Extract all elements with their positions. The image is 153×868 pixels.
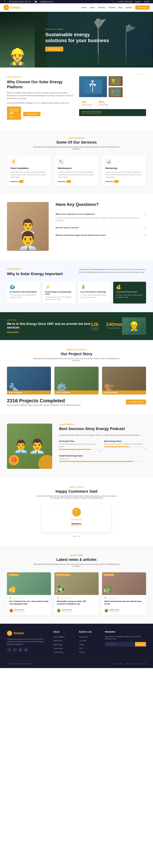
footer-logo-icon: S	[7, 631, 12, 636]
faq-item-1[interactable]: What is the experience of your employees…	[56, 210, 146, 224]
footer-col-about: About Solar Installation Maintenance Sol…	[53, 631, 74, 655]
faq-answer-1: Our team includes highly experienced pro…	[56, 217, 146, 222]
faq-question-3[interactable]: Maxium consectetur augue lacerat laoreet…	[56, 234, 146, 237]
nav-projects[interactable]: Projects	[109, 6, 116, 8]
faq-item-2[interactable]: How do I pay for service?	[56, 224, 146, 231]
phone-link[interactable]: +1 (078) 1234 5349	[117, 1, 132, 3]
solar-card-title-1: It's Good for the Environment	[10, 291, 37, 293]
service-arrow-3[interactable]: →	[114, 180, 119, 183]
footer: S Solapa. Finding energy solutions for y…	[0, 624, 153, 668]
testimonial-name: Nahiducc	[45, 522, 108, 525]
language-selector[interactable]: English	[144, 1, 150, 3]
header: S Solapa. Home About Services Projects B…	[0, 3, 153, 12]
news-body-2: 📅January 20, 2023 Renewable energy to po…	[54, 595, 98, 615]
footer-link-about-0[interactable]: Solar Installation	[53, 636, 65, 638]
solar-card-title-4: Low Solar Power Costs	[116, 291, 143, 293]
project-card-3: 🏗️ Solar Installation	[102, 367, 146, 395]
footer-bottom-links: Privacy Policy Terms of Use Do Pay Sign	[114, 663, 146, 664]
faq-content: Have Any Questions? What is the experien…	[56, 202, 146, 239]
faq-item-3[interactable]: Maxium consectetur augue lacerat laoreet…	[56, 231, 146, 239]
podcast-tag: SOLAR PODCAST	[59, 424, 146, 426]
install-desc: Donectem say	[59, 458, 146, 460]
author-name-1: Stanley Chen	[14, 609, 25, 611]
hero-title: Sustainable energy solutions for your bu…	[45, 32, 111, 43]
solar-card-desc-4: Our team makes solar energy good for bus…	[116, 294, 143, 299]
why-choose-section: WHY CHOOSE US Why Choose Our Solar Energ…	[0, 67, 153, 130]
nav-home[interactable]: Home	[82, 6, 87, 8]
author-role-1: Solar by Solar Inc	[14, 611, 25, 612]
dot-1[interactable]	[73, 536, 75, 537]
linkedin-icon[interactable]: in	[18, 648, 23, 652]
footer-link-explore-0[interactable]: Testimonials	[79, 636, 88, 638]
services-tag: WHAT WE OFFERS	[7, 137, 146, 139]
author-role-2: Solar by Solar Inc	[62, 611, 73, 612]
solar-heading: Why Is Solar Energy Important	[7, 272, 74, 277]
service-readmore-3[interactable]: Read More →	[105, 180, 143, 183]
instagram-icon[interactable]: ig	[24, 648, 28, 652]
footer-privacy-link[interactable]: Privacy Policy	[114, 663, 123, 664]
news-image-1: ☀️ Solar Energy	[7, 572, 51, 595]
project-tag: COMPLETED PROJECTS	[7, 349, 146, 351]
solar-card-icon-4: 💰	[116, 284, 143, 289]
nav-blog[interactable]: Blog	[119, 6, 122, 8]
testimonials-desc: Future Factory India is the one stop des…	[33, 495, 120, 499]
faq-question-1[interactable]: What is the experience of your employees…	[56, 213, 146, 216]
phone-icon: 📞	[112, 1, 114, 3]
testimonial-box: 😊 ★★★★★ Nahiducc Field of Salesman	[42, 504, 111, 532]
testimonials-header: HAPPY CLIENTS Happy Customers Said Futur…	[7, 486, 146, 499]
stats-banner-left: SINCE 1997 We're in this Energy Since 19…	[7, 319, 91, 333]
footer-link-explore-3[interactable]: FAQ	[79, 648, 82, 649]
news-header: RECENT NEWS Latest news & articles We ad…	[7, 554, 146, 567]
solar-card-1: 🌍 It's Good for the Environment Our team…	[7, 282, 40, 304]
service-desc-2: Lorem ipsum dolor sit amet consectetur a…	[58, 171, 95, 178]
project-label-2: Solar Installation	[54, 391, 98, 395]
logo: S Solapa.	[3, 5, 21, 10]
service-readmore-1[interactable]: Read More →	[10, 180, 48, 183]
address-icon: 📍	[3, 1, 6, 3]
solar-important-section: SOLAR ENERGY Why Is Solar Energy Importa…	[0, 259, 153, 312]
dot-2[interactable]	[76, 536, 77, 537]
dot-3[interactable]	[78, 536, 80, 537]
twitter-icon[interactable]: t	[12, 648, 17, 652]
stat-num-2: 140mw	[106, 321, 122, 327]
solar-top: SOLAR ENERGY Why Is Solar Energy Importa…	[7, 268, 146, 277]
footer-link-explore-4[interactable]: Contact	[79, 651, 85, 653]
footer-link-about-4[interactable]: Green Energy	[53, 651, 63, 653]
view-projects-button[interactable]: View All Project	[126, 400, 146, 404]
footer-terms-link[interactable]: Terms of Use	[126, 663, 135, 664]
newsletter-form[interactable]: Subscribe	[105, 642, 146, 647]
hero-cta-button[interactable]: Our Services	[45, 46, 63, 52]
news-article-tag-3: Solar Energy	[103, 574, 114, 576]
header-contact-btn[interactable]: Contact Us	[135, 5, 150, 9]
why-cta-button[interactable]: Know About Us	[23, 112, 40, 116]
support-link[interactable]: Support	[135, 1, 141, 3]
newsletter-input[interactable]	[105, 642, 134, 647]
footer-logo-text: Solapa.	[13, 631, 25, 635]
news-title-1: Go in Island in the sun: solar power is …	[9, 600, 49, 606]
footer-col-about-title: About	[53, 631, 74, 633]
nav-services[interactable]: Services	[98, 6, 105, 8]
footer-link-explore-2[interactable]: Privacy	[79, 644, 84, 645]
nav-contact[interactable]: Contact	[125, 6, 132, 8]
footer-dopay-link[interactable]: Do Pay Sign	[137, 663, 146, 664]
faq-heading: Have Any Questions?	[56, 202, 146, 207]
why-small-image-1: 👷	[109, 76, 123, 86]
service-arrow-2[interactable]: →	[67, 180, 71, 183]
faq-question-2[interactable]: How do I pay for service?	[56, 226, 146, 229]
service-title-3: Monitoring	[105, 167, 143, 169]
nav-about[interactable]: About	[90, 6, 95, 8]
footer-link-about-1[interactable]: Maintenance	[53, 640, 62, 642]
newsletter-button[interactable]: Subscribe	[135, 642, 146, 647]
stats-link[interactable]: About Us More	[7, 331, 19, 333]
footer-link-about-2[interactable]: Solar Energy	[53, 644, 62, 645]
orange-circle-decoration	[38, 455, 52, 469]
podcast-section: 👨‍💼 ⛑️ SOLAR PODCAST Best Success Stroy …	[0, 415, 153, 477]
facebook-icon[interactable]: f	[7, 648, 11, 652]
footer-link-explore-1[interactable]: Our Team	[79, 640, 86, 642]
service-arrow-1[interactable]: →	[19, 180, 24, 183]
footer-link-about-3[interactable]: About Energy	[53, 648, 63, 649]
service-readmore-2[interactable]: Read More →	[58, 180, 95, 183]
why-stats: 12k Clients Served 98% Success Rate	[79, 99, 146, 107]
news-image-3: 🌿 Solar Energy	[102, 572, 146, 595]
solar-card-title-3: It's a Free Source of Energy	[81, 291, 108, 293]
